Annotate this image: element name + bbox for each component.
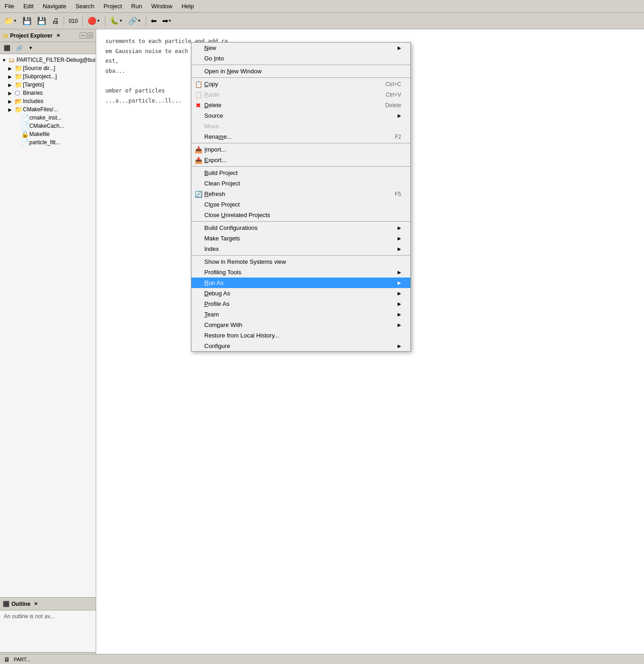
cm-rename-shortcut: F2 <box>395 134 401 140</box>
toolbar-sep-4 <box>146 16 146 26</box>
menu-file[interactable]: File <box>2 2 17 11</box>
cm-profile-as[interactable]: Profile As ▶ <box>191 299 410 309</box>
cm-profiling-tools[interactable]: Profiling Tools ▶ <box>191 267 410 278</box>
menu-search[interactable]: Search <box>73 2 97 11</box>
cm-copy[interactable]: 📋 Copy Ctrl+C <box>191 79 410 89</box>
tree-item-particle[interactable]: 📄 particle_filt... <box>0 138 96 147</box>
cm-build-configurations[interactable]: Build Configurations ▶ <box>191 223 410 233</box>
cm-compare-with-label: Compare With <box>204 321 242 328</box>
tree-item-subproject[interactable]: ▶ 📁 [Subproject...] <box>0 72 96 81</box>
toolbar-hook[interactable]: 🔗▼ <box>126 15 143 27</box>
cm-index[interactable]: Index ▶ <box>191 244 410 254</box>
cm-team-arrow: ▶ <box>398 312 401 317</box>
new-button[interactable]: 📁▼ <box>2 15 19 27</box>
cm-run-as[interactable]: Run As ▶ <box>191 278 410 288</box>
menu-help[interactable]: Help <box>179 2 196 11</box>
tree-item-cmake-inst[interactable]: 📄 cmake_inst... <box>0 114 96 122</box>
collapse-all-button[interactable]: ⬛ <box>2 44 12 53</box>
save-button[interactable]: 💾 <box>20 15 34 27</box>
cm-refresh[interactable]: 🔄 Refresh F5 <box>191 189 410 199</box>
folder-icon-source: 📁 <box>15 65 23 72</box>
debug-button[interactable]: 🐛▼ <box>108 15 125 27</box>
forward-button[interactable]: ➡▼ <box>160 15 174 27</box>
cm-restore-history[interactable]: Restore from Local History... <box>191 330 410 341</box>
menu-project[interactable]: Project <box>101 2 125 11</box>
includes-icon: 📂 <box>15 98 23 105</box>
cm-make-targets-label: Make Targets <box>204 235 240 242</box>
outline-close-icon[interactable]: ✕ <box>34 601 38 606</box>
cm-source-arrow: ▶ <box>398 113 401 118</box>
tree-item-cmakefiles[interactable]: ▶ 📁 CMakeFiles/... <box>0 105 96 114</box>
minimize-button[interactable]: ─ <box>80 33 87 38</box>
delete-icon: ✖ <box>194 102 202 109</box>
outline-header: ⬛ Outline ✕ <box>0 598 96 610</box>
cm-import-label: Import... <box>204 146 226 153</box>
cm-open-new-window[interactable]: Open in New Window <box>191 66 410 76</box>
tree-item-binaries[interactable]: ▶ ⬡ Binaries <box>0 89 96 97</box>
cm-make-targets[interactable]: Make Targets ▶ <box>191 233 410 244</box>
cm-debug-as[interactable]: Debug As ▶ <box>191 288 410 299</box>
tree-label-cmake: CMakeFiles/... <box>23 106 94 113</box>
tree-item-cmake-cache[interactable]: 📄 CMakeCach... <box>0 122 96 130</box>
cm-sep-1 <box>191 65 410 65</box>
toolbar-btn-010[interactable]: 010 <box>66 15 80 27</box>
cm-run-as-arrow: ▶ <box>398 280 401 285</box>
cm-build-project[interactable]: Build Project <box>191 168 410 178</box>
statusbar: 🖥 PART... <box>0 654 644 664</box>
tree-item-includes[interactable]: ▶ 📂 Includes <box>0 97 96 105</box>
tree-root[interactable]: ▼ 🗂 PARTICLE_FILTER-Debug@build <box>0 56 96 64</box>
paste-icon: 📋 <box>194 91 202 98</box>
cm-build-conf-arrow: ▶ <box>398 225 401 230</box>
cm-profile-as-label: Profile As <box>204 300 229 307</box>
cm-go-into[interactable]: Go Into <box>191 53 410 64</box>
toolbar-sep-3 <box>105 16 105 26</box>
cm-rename[interactable]: Rename... F2 <box>191 131 410 142</box>
cm-source[interactable]: Source ▶ <box>191 110 410 121</box>
maximize-button[interactable]: □ <box>87 33 93 38</box>
menu-run[interactable]: Run <box>128 2 145 11</box>
menu-edit[interactable]: Edit <box>21 2 36 11</box>
tree-item-makefile[interactable]: 🔒 Makefile <box>0 130 96 138</box>
tree-item-source[interactable]: ▶ 📁 [Source dir...] <box>0 64 96 72</box>
cm-show-remote[interactable]: Show in Remote Systems view <box>191 256 410 267</box>
tree-item-targets[interactable]: ▶ 📁 [Targets] <box>0 81 96 89</box>
cm-make-targets-arrow: ▶ <box>398 236 401 241</box>
cm-export[interactable]: 📤 Export... <box>191 155 410 165</box>
cm-new[interactable]: New ▶ <box>191 43 410 53</box>
cm-show-remote-label: Show in Remote Systems view <box>204 258 286 265</box>
export-icon: 📤 <box>194 157 202 164</box>
menu-navigate[interactable]: Navigate <box>40 2 69 11</box>
cm-paste: 📋 Paste Ctrl+V <box>191 89 410 100</box>
view-menu-button[interactable]: ▼ <box>27 44 35 53</box>
file-icon-cmake-inst: 📄 <box>21 114 29 121</box>
cm-import[interactable]: 📥 Import... <box>191 144 410 155</box>
copy-icon: 📋 <box>194 81 202 88</box>
save-all-button[interactable]: 💾 <box>35 15 49 27</box>
cm-sep-4 <box>191 166 410 167</box>
cm-compare-with[interactable]: Compare With ▶ <box>191 320 410 330</box>
link-with-editor-button[interactable]: 🔗 <box>14 44 25 53</box>
tree-label-particle: particle_filt... <box>29 139 94 146</box>
panel-close-icon[interactable]: ✕ <box>56 33 60 38</box>
menu-window[interactable]: Window <box>148 2 175 11</box>
tree-label-makefile: Makefile <box>29 131 94 137</box>
cm-export-label: Export... <box>204 157 226 163</box>
tree-arrow-includes: ▶ <box>8 99 15 104</box>
cm-close-unrelated[interactable]: Close Unrelated Projects <box>191 210 410 220</box>
folder-icon-cmake: 📁 <box>15 106 23 113</box>
cm-delete[interactable]: ✖ Delete Delete <box>191 100 410 110</box>
tree-arrow-source: ▶ <box>8 66 15 71</box>
cm-build-project-label: Build Project <box>204 169 238 176</box>
cm-close-project[interactable]: Close Project <box>191 199 410 210</box>
cm-new-label: New <box>204 44 216 51</box>
cm-configure[interactable]: Configure ▶ <box>191 341 410 351</box>
refresh-icon: 🔄 <box>194 190 202 198</box>
print-button[interactable]: 🖨 <box>49 15 61 27</box>
cm-team[interactable]: Team ▶ <box>191 309 410 320</box>
tree-label-binaries: Binaries <box>23 90 94 96</box>
cm-clean-project[interactable]: Clean Project <box>191 178 410 189</box>
run-button[interactable]: 🔴▼ <box>85 15 103 27</box>
back-button[interactable]: ⬅ <box>148 15 159 27</box>
cm-refresh-label: Refresh <box>204 190 225 197</box>
left-panel: 🗂 Project Explorer ✕ ─ □ ⬛ 🔗 ▼ ▼ 🗂 PARTI… <box>0 29 96 664</box>
